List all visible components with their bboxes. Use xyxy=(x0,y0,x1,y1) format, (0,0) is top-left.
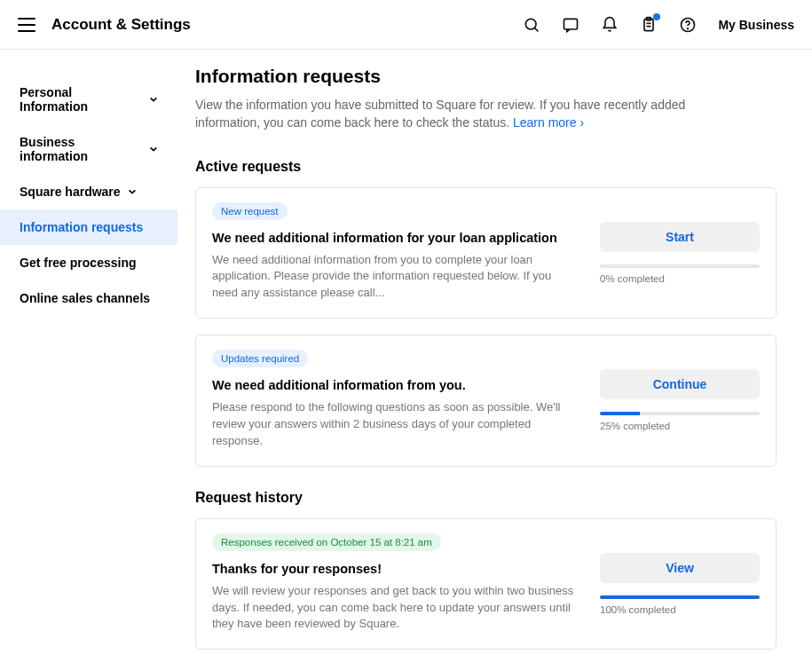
continue-button[interactable]: Continue xyxy=(600,369,760,399)
sidebar-item-label: Business information xyxy=(20,135,142,163)
layout: Personal Information Business informatio… xyxy=(0,50,812,662)
card-right: Continue 25% completed xyxy=(600,350,760,431)
learn-more-link[interactable]: Learn more xyxy=(513,115,584,130)
sidebar-item-free-processing[interactable]: Get free processing xyxy=(0,245,177,280)
request-card: New request We need additional informati… xyxy=(195,187,777,319)
chevron-down-icon xyxy=(149,92,158,106)
view-button[interactable]: View xyxy=(600,553,760,583)
progress-track xyxy=(600,595,760,599)
svg-point-9 xyxy=(688,28,689,28)
clipboard-icon[interactable] xyxy=(640,16,658,34)
sidebar-item-personal-info[interactable]: Personal Information xyxy=(0,75,177,124)
card-right: Start 0% completed xyxy=(600,202,760,284)
topbar: Account & Settings My Business xyxy=(0,0,812,50)
card-left: Updates required We need additional info… xyxy=(212,350,579,450)
sidebar-item-label: Personal Information xyxy=(20,85,142,114)
main-content: Information requests View the informatio… xyxy=(177,66,812,662)
request-card: Responses received on October 15 at 8:21… xyxy=(195,518,777,650)
sidebar-item-information-requests[interactable]: Information requests xyxy=(0,209,177,245)
chevron-down-icon xyxy=(149,142,158,156)
status-badge: Updates required xyxy=(212,350,308,367)
search-icon[interactable] xyxy=(523,16,540,34)
progress-track xyxy=(600,412,760,415)
chat-icon[interactable] xyxy=(562,16,579,34)
progress-text: 0% completed xyxy=(600,273,760,284)
request-history-heading: Request history xyxy=(195,490,777,506)
progress-bar xyxy=(600,595,760,599)
chevron-down-icon xyxy=(128,185,137,199)
svg-rect-2 xyxy=(564,19,578,29)
progress-bar xyxy=(600,412,640,415)
progress-text: 25% completed xyxy=(600,421,760,431)
notification-dot-icon xyxy=(653,13,660,20)
sidebar-item-square-hardware[interactable]: Square hardware xyxy=(0,174,177,209)
sidebar-item-label: Get free processing xyxy=(20,256,137,270)
card-title: Thanks for your responses! xyxy=(212,562,579,576)
business-name[interactable]: My Business xyxy=(718,18,794,32)
card-title: We need additional information from you. xyxy=(212,378,579,392)
page-description: View the information you have submitted … xyxy=(195,96,710,132)
sidebar: Personal Information Business informatio… xyxy=(0,66,177,662)
topbar-right: My Business xyxy=(523,16,794,34)
card-right: View 100% completed xyxy=(600,533,760,615)
active-requests-heading: Active requests xyxy=(195,159,777,175)
card-left: Responses received on October 15 at 8:21… xyxy=(212,533,579,634)
svg-line-1 xyxy=(535,28,539,31)
sidebar-item-online-sales-channels[interactable]: Online sales channels xyxy=(0,280,177,316)
status-badge: New request xyxy=(212,202,288,220)
request-card: Updates required We need additional info… xyxy=(195,335,777,467)
start-button[interactable]: Start xyxy=(600,222,760,252)
page-title: Account & Settings xyxy=(51,16,191,34)
progress-track xyxy=(600,264,760,268)
sidebar-item-business-info[interactable]: Business information xyxy=(0,124,177,174)
heading: Information requests xyxy=(195,66,777,87)
topbar-left: Account & Settings xyxy=(18,16,191,34)
sidebar-item-label: Square hardware xyxy=(20,185,121,199)
card-body: We will review your responses and get ba… xyxy=(212,583,579,634)
sidebar-item-label: Information requests xyxy=(20,220,143,234)
card-body: Please respond to the following question… xyxy=(212,399,579,450)
card-title: We need additional information for your … xyxy=(212,231,579,245)
svg-point-0 xyxy=(526,19,537,29)
card-left: New request We need additional informati… xyxy=(212,202,579,303)
progress-text: 100% completed xyxy=(600,604,760,615)
card-body: We need additional information from you … xyxy=(212,252,579,303)
sidebar-item-label: Online sales channels xyxy=(20,291,150,305)
bell-icon[interactable] xyxy=(601,16,619,34)
help-icon[interactable] xyxy=(679,16,697,34)
page-description-text: View the information you have submitted … xyxy=(195,98,685,130)
status-badge: Responses received on October 15 at 8:21… xyxy=(212,533,441,551)
hamburger-menu-icon[interactable] xyxy=(18,18,35,32)
